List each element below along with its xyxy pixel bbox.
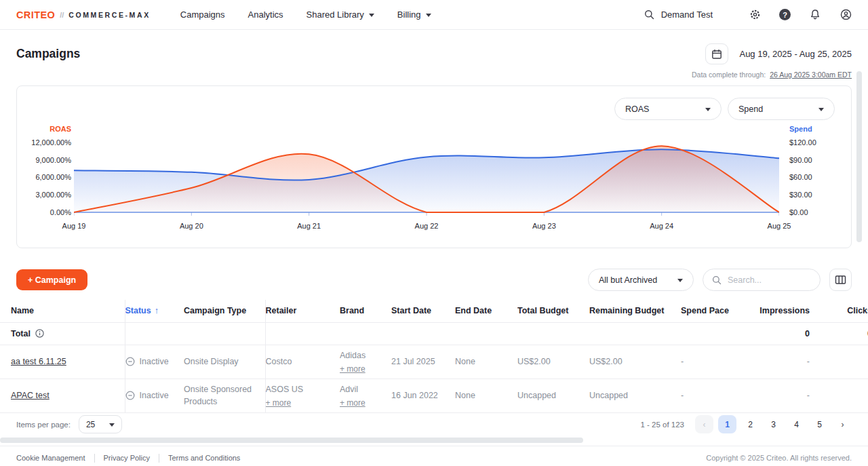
campaigns-table: NameStatus↑Campaign TypeRetailerBrandSta… xyxy=(0,300,868,413)
nav-link-label: Analytics xyxy=(248,9,283,20)
footer-link-terms-and-conditions[interactable]: Terms and Conditions xyxy=(159,454,249,463)
right-axis-tick: $30.00 xyxy=(789,191,812,199)
total-text: Total xyxy=(11,329,31,338)
column-header-label: Spend Pace xyxy=(681,306,729,315)
nav-link-campaigns[interactable]: Campaigns xyxy=(180,9,225,20)
column-header-brand[interactable]: Brand xyxy=(340,300,391,322)
right-metric-select[interactable]: Spend xyxy=(728,98,835,120)
calendar-button[interactable] xyxy=(705,43,728,64)
criteo-logo[interactable]: CRITEO // COMMERCE-MAX xyxy=(16,9,151,20)
page-button-3[interactable]: 3 xyxy=(764,415,783,433)
x-axis-label: Aug 19 xyxy=(62,222,86,230)
right-axis-tick: $120.00 xyxy=(789,138,816,147)
logo-product-text: COMMERCE-MAX xyxy=(68,11,150,19)
campaign-name-link[interactable]: APAC test xyxy=(11,391,50,400)
more-link[interactable]: + more xyxy=(266,398,292,408)
nav-link-analytics[interactable]: Analytics xyxy=(248,9,283,20)
left-metric-select[interactable]: ROAS xyxy=(614,98,722,120)
x-axis-label: Aug 21 xyxy=(297,222,321,230)
remaining-budget: Uncapped xyxy=(589,391,628,400)
left-axis-title: ROAS xyxy=(17,125,71,133)
sort-asc-icon: ↑ xyxy=(155,306,159,315)
status-filter-select[interactable]: All but Archived xyxy=(588,269,694,291)
help-icon[interactable]: ? xyxy=(779,9,791,20)
column-header-label: Start Date xyxy=(391,306,431,315)
x-axis-label: Aug 22 xyxy=(415,222,439,230)
column-header-remaining-budget[interactable]: Remaining Budget xyxy=(589,300,681,322)
x-axis-label: Aug 25 xyxy=(768,222,791,230)
data-complete-note: Data complete through: 26 Aug 2025 3:00a… xyxy=(0,64,868,79)
retailer-name: ASOS US xyxy=(266,383,332,395)
chevron-down-icon xyxy=(677,279,683,282)
info-icon[interactable] xyxy=(35,329,44,338)
table-search xyxy=(703,269,821,291)
campaign-name-link[interactable]: aa test 6.11.25 xyxy=(11,357,66,366)
column-header-impressions[interactable]: Impressions xyxy=(760,300,821,322)
page-button-4[interactable]: 4 xyxy=(787,415,806,433)
column-header-end-date[interactable]: End Date xyxy=(455,300,517,322)
search-input[interactable] xyxy=(728,275,809,285)
column-header-label: Status xyxy=(125,306,151,315)
status-cell: Inactive xyxy=(125,357,176,366)
column-header-start-date[interactable]: Start Date xyxy=(391,300,455,322)
start-date: 16 Jun 2022 xyxy=(391,391,438,400)
nav-link-shared-library[interactable]: Shared Library xyxy=(307,9,374,20)
chevron-down-icon xyxy=(109,423,115,427)
column-header-retailer[interactable]: Retailer xyxy=(265,300,340,322)
column-header-label: Remaining Budget xyxy=(589,306,664,315)
more-link[interactable]: + more xyxy=(340,364,366,374)
right-metric-value: Spend xyxy=(738,104,763,114)
column-settings-button[interactable] xyxy=(829,269,852,291)
column-header-total-budget[interactable]: Total Budget xyxy=(517,300,589,322)
footer-link-cookie-management[interactable]: Cookie Management xyxy=(16,454,94,463)
bell-icon[interactable] xyxy=(809,9,821,21)
footer-link-privacy-policy[interactable]: Privacy Policy xyxy=(94,454,159,463)
campaign-type: Onsite Sponsored Products xyxy=(184,383,257,408)
status-cell: Inactive xyxy=(125,391,176,400)
gear-icon[interactable] xyxy=(749,9,761,21)
items-per-page-select[interactable]: 25 xyxy=(79,415,122,433)
calendar-icon xyxy=(711,49,722,60)
column-header-label: Impressions xyxy=(760,306,810,315)
horizontal-scrollbar[interactable] xyxy=(0,438,583,443)
table-header-row: NameStatus↑Campaign TypeRetailerBrandSta… xyxy=(0,300,868,322)
search-icon xyxy=(644,9,656,21)
page-button-5[interactable]: 5 xyxy=(810,415,829,433)
total-budget: Uncapped xyxy=(517,391,556,400)
page-button-2[interactable]: 2 xyxy=(741,415,760,433)
items-per-page-value: 25 xyxy=(86,420,95,429)
impressions-value: - xyxy=(807,391,810,400)
spend-pace: - xyxy=(681,357,684,366)
prev-page-button[interactable]: ‹ xyxy=(695,415,713,433)
pagination-range: 1 - 25 of 123 xyxy=(640,421,684,429)
column-header-campaign-type[interactable]: Campaign Type xyxy=(184,300,265,322)
status-label: Inactive xyxy=(140,391,169,400)
account-name: Demand Test xyxy=(661,9,713,20)
chevron-down-icon xyxy=(818,108,824,111)
data-complete-link[interactable]: 26 Aug 2025 3:00am EDT xyxy=(770,71,852,79)
start-date: 21 Jul 2025 xyxy=(391,357,435,366)
date-range-value[interactable]: Aug 19, 2025 - Aug 25, 2025 xyxy=(739,49,852,59)
new-campaign-button[interactable]: + Campaign xyxy=(16,269,87,290)
retailer-name: Costco xyxy=(266,355,332,368)
chevron-down-icon xyxy=(705,108,711,111)
vertical-scrollbar[interactable] xyxy=(856,71,862,242)
column-header-status[interactable]: Status↑ xyxy=(125,300,184,322)
nav-link-billing[interactable]: Billing xyxy=(397,9,431,20)
columns-icon xyxy=(835,275,846,285)
top-navbar: CRITEO // COMMERCE-MAX CampaignsAnalytic… xyxy=(0,0,868,30)
x-axis-label: Aug 24 xyxy=(650,222,673,230)
remaining-budget: US$2.00 xyxy=(589,357,623,366)
more-link[interactable]: + more xyxy=(340,398,366,408)
account-switcher[interactable]: Demand Test xyxy=(644,9,713,21)
total-budget: US$2.00 xyxy=(517,357,551,366)
column-header-clicks[interactable]: Clicks xyxy=(821,300,868,322)
chevron-down-icon xyxy=(369,14,374,17)
page-button-1[interactable]: 1 xyxy=(718,415,736,433)
copyright-text: Copyright © 2025 Criteo. All rights rese… xyxy=(706,454,852,462)
next-page-button[interactable]: › xyxy=(833,415,852,433)
column-header-spend-pace[interactable]: Spend Pace xyxy=(681,300,760,322)
column-header-name[interactable]: Name xyxy=(0,300,125,322)
page-header: Campaigns Aug 19, 2025 - Aug 25, 2025 xyxy=(0,30,868,64)
account-icon[interactable] xyxy=(840,9,852,21)
